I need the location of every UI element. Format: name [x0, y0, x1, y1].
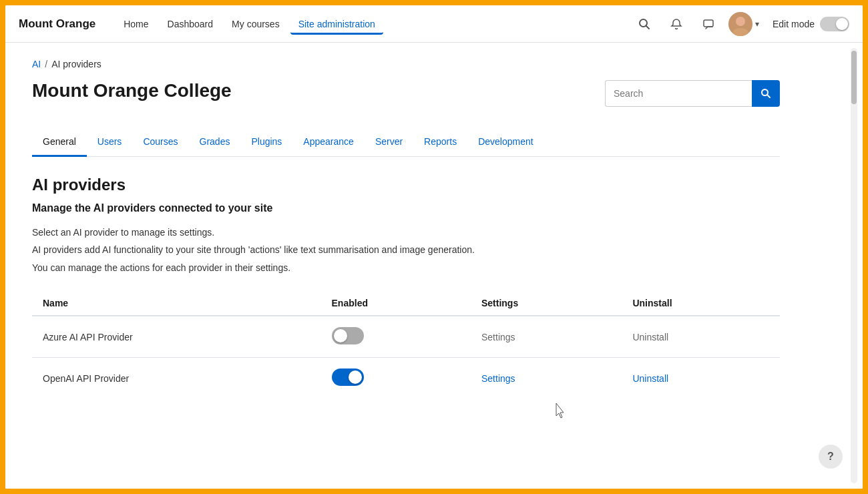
tab-plugins[interactable]: Plugins — [240, 128, 292, 157]
page-title: Mount Orange College — [32, 80, 232, 101]
nav-home[interactable]: Home — [116, 13, 156, 35]
breadcrumb-separator: / — [45, 59, 47, 69]
search-submit-icon — [761, 88, 771, 99]
nav-links: Home Dashboard My courses Site administr… — [116, 13, 632, 35]
top-navigation: Mount Orange Home Dashboard My courses S… — [5, 5, 863, 43]
notifications-icon-btn[interactable] — [664, 12, 688, 36]
providers-table: Name Enabled Settings Uninstall Azure AI… — [32, 291, 780, 399]
provider-settings-openai: Settings — [471, 358, 622, 399]
col-header-settings: Settings — [471, 291, 622, 316]
tab-server[interactable]: Server — [365, 128, 413, 157]
tab-users[interactable]: Users — [87, 128, 133, 157]
breadcrumb-ai-link[interactable]: AI — [32, 59, 41, 69]
site-name: Mount Orange — [19, 17, 95, 31]
tab-navigation: General Users Courses Grades Plugins App… — [32, 128, 780, 157]
content-area: AI / AI providers Mount Orange College — [5, 43, 863, 489]
provider-enabled-openai — [321, 358, 471, 399]
col-header-uninstall: Uninstall — [622, 291, 780, 316]
messages-icon-btn[interactable] — [696, 12, 720, 36]
tab-development[interactable]: Development — [467, 128, 544, 157]
chevron-down-icon: ▾ — [755, 19, 759, 29]
section-title: AI providers — [32, 176, 780, 194]
svg-line-7 — [767, 95, 770, 97]
provider-name-openai: OpenAI API Provider — [32, 358, 321, 399]
azure-enabled-toggle[interactable] — [332, 327, 364, 344]
scrollbar[interactable] — [851, 48, 857, 483]
provider-enabled-azure — [321, 316, 471, 358]
scrollbar-thumb — [851, 51, 857, 104]
edit-mode-section: Edit mode — [773, 17, 849, 31]
openai-uninstall-link[interactable]: Uninstall — [632, 373, 668, 384]
description-line-2: AI providers add AI functionality to you… — [32, 242, 780, 257]
help-button[interactable]: ? — [819, 445, 843, 469]
col-header-name: Name — [32, 291, 321, 316]
col-header-enabled: Enabled — [321, 291, 471, 316]
nav-my-courses[interactable]: My courses — [224, 13, 288, 35]
svg-line-1 — [646, 25, 649, 29]
search-icon — [638, 18, 650, 30]
page-content: AI / AI providers Mount Orange College — [5, 43, 807, 415]
tab-appearance[interactable]: Appearance — [292, 128, 365, 157]
search-input[interactable] — [605, 80, 752, 107]
provider-uninstall-azure: Uninstall — [622, 316, 780, 358]
table-row: OpenAI API Provider Settings Uninstall — [32, 358, 780, 399]
tab-reports[interactable]: Reports — [413, 128, 467, 157]
svg-rect-2 — [704, 20, 713, 27]
bell-icon — [670, 18, 682, 30]
edit-mode-label: Edit mode — [773, 19, 815, 29]
description-block: Select an AI provider to manage its sett… — [32, 225, 780, 275]
description-line-1: Select an AI provider to manage its sett… — [32, 225, 780, 240]
provider-settings-azure: Settings — [471, 316, 622, 358]
edit-mode-toggle[interactable] — [820, 17, 849, 31]
chat-icon — [702, 18, 714, 30]
breadcrumb: AI / AI providers — [32, 59, 780, 69]
provider-name-azure: Azure AI API Provider — [32, 316, 321, 358]
svg-point-4 — [736, 17, 745, 26]
description-line-3: You can manage the actions for each prov… — [32, 260, 780, 275]
provider-uninstall-openai: Uninstall — [622, 358, 780, 399]
search-bar — [605, 80, 780, 107]
azure-uninstall-link: Uninstall — [632, 332, 668, 342]
tab-grades[interactable]: Grades — [189, 128, 241, 157]
nav-site-admin[interactable]: Site administration — [290, 13, 383, 35]
table-row: Azure AI API Provider Settings Uninstall — [32, 316, 780, 358]
nav-dashboard[interactable]: Dashboard — [160, 13, 222, 35]
table-header-row: Name Enabled Settings Uninstall — [32, 291, 780, 316]
search-button[interactable] — [752, 80, 780, 107]
avatar — [728, 12, 752, 36]
tab-courses[interactable]: Courses — [132, 128, 188, 157]
breadcrumb-current: AI providers — [51, 59, 101, 69]
search-icon-btn[interactable] — [632, 12, 656, 36]
azure-settings-link: Settings — [481, 332, 515, 342]
section-subtitle: Manage the AI providers connected to you… — [32, 202, 780, 214]
tab-general[interactable]: General — [32, 128, 87, 157]
user-avatar-menu[interactable]: ▾ — [728, 12, 759, 36]
openai-settings-link[interactable]: Settings — [481, 373, 515, 384]
nav-right-section: ▾ Edit mode — [632, 12, 849, 36]
openai-enabled-toggle[interactable] — [332, 368, 364, 386]
